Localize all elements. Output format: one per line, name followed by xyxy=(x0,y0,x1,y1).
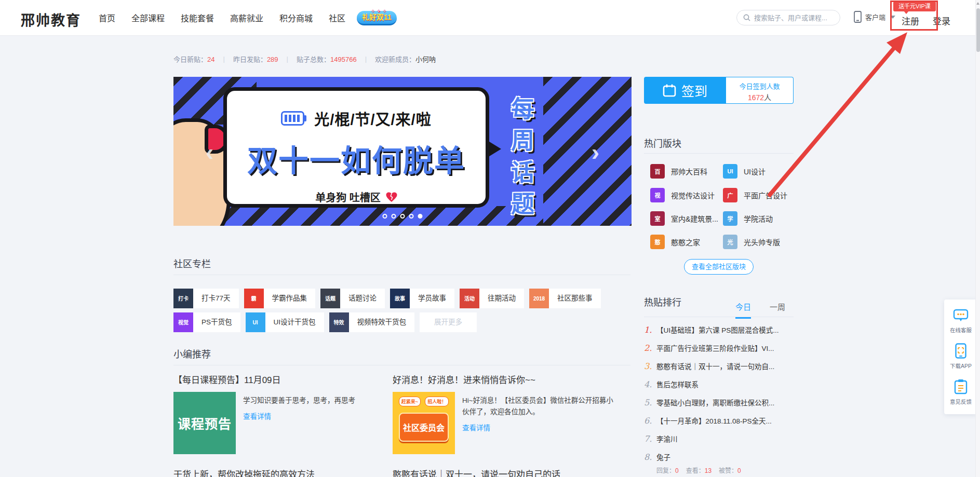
checkin-button[interactable]: 签到 xyxy=(644,77,726,104)
scrollbar-track[interactable] xyxy=(975,0,980,477)
hot-post-row[interactable]: 2. 平面广告行业班第三阶段作业贴】VI... xyxy=(644,343,800,361)
article-title-clipped[interactable]: 憨憨有话说｜双十一，请说一句劝自己的话 xyxy=(393,467,560,477)
carousel-banner[interactable]: 光/棍/节/又/来/啦 双十一如何脱单 单身狗 吐槽区 每周话题 ‹ › xyxy=(173,77,632,226)
chip-icon: 话题 xyxy=(320,289,340,308)
checkin-button-label: 签到 xyxy=(681,81,707,100)
chip-ui-pack[interactable]: UI UI设计干货包 xyxy=(246,312,324,332)
rank-number: 3. xyxy=(644,361,656,371)
nav-item-jobs[interactable]: 高薪就业 xyxy=(230,11,263,24)
chip-daka77[interactable]: 打卡 打卡77天 xyxy=(173,289,239,308)
carousel-dot-2[interactable] xyxy=(392,214,396,219)
nav-item-home[interactable]: 首页 xyxy=(99,11,115,24)
client-app-menu[interactable]: 客户端 xyxy=(854,11,895,23)
chevron-down-icon xyxy=(890,16,895,19)
feedback-button[interactable]: 意见反馈 xyxy=(944,374,977,410)
board-item-interior[interactable]: 室 室内&建筑景... xyxy=(650,211,723,226)
community-homepage: 邢帅教育 首页 全部课程 技能套餐 高薪就业 积分商城 社区 ✧✦✧ 礼好双11 xyxy=(0,0,980,477)
hot-post-row[interactable]: 6. 【十一月革命】2018.11.08-PS全天... xyxy=(644,415,800,433)
chip-past-activities[interactable]: 活动 往期活动 xyxy=(460,289,524,308)
online-service-button[interactable]: 在线客服 xyxy=(944,304,977,338)
board-item-graphic-ad[interactable]: 广 平面广告设计 xyxy=(723,188,796,202)
expand-more-button[interactable]: 展开更多 xyxy=(420,312,477,332)
article-thumbnail[interactable]: 赶紧来~ 招人啦！ 社区委员会 xyxy=(393,392,455,454)
board-item-hanhan-home[interactable]: 憨 憨憨之家 xyxy=(650,235,723,249)
checkin-module: 签到 今日签到人数 1672人 xyxy=(644,77,794,104)
broken-heart-icon xyxy=(386,192,397,202)
stat-newmember-value[interactable]: 小何呐 xyxy=(415,56,436,63)
nav-item-courses[interactable]: 全部课程 xyxy=(131,11,165,24)
nav-item-points-mall[interactable]: 积分商城 xyxy=(279,11,313,24)
article-good-news: 好消息！好消息！进来悄悄告诉你~~ 赶紧来~ 招人啦！ 社区委员会 Hi~好消息… xyxy=(393,373,632,454)
rank-number: 2. xyxy=(644,343,656,353)
hot-post-row[interactable]: 5. 零基础小白理财，离职断缴社保公积... xyxy=(644,397,800,415)
article-title[interactable]: 【每日课程预告】11月09日 xyxy=(173,373,392,386)
scrollbar-up-arrow[interactable] xyxy=(976,2,979,5)
board-icon: 广 xyxy=(723,188,737,202)
view-detail-link[interactable]: 查看详情 xyxy=(243,411,271,421)
double11-promo-badge[interactable]: ✧✦✧ 礼好双11 xyxy=(357,11,397,25)
carousel-prev-button[interactable]: ‹ xyxy=(206,140,213,164)
calendar-icon xyxy=(663,84,676,97)
divider xyxy=(173,275,630,275)
hot-post-row[interactable]: 7. 李渝川 xyxy=(644,433,800,452)
carousel-dots xyxy=(383,214,423,219)
site-logo[interactable]: 邢帅教育 xyxy=(21,9,81,30)
search-input[interactable] xyxy=(754,14,832,22)
chip-icon: 特效 xyxy=(329,312,349,332)
view-all-boards-button[interactable]: 查看全部社区版块 xyxy=(684,259,754,275)
community-chips: 打卡 打卡77天 霸 学霸作品集 话题 话题讨论 故事 学员故事 活动 往期活动… xyxy=(173,289,633,332)
stat-newmember-label: 欢迎新成员： xyxy=(375,56,415,63)
stat-yesterday-value: 289 xyxy=(267,56,278,63)
banner-speech-card: 光/棍/节/又/来/啦 双十一如何脱单 单身狗 吐槽区 xyxy=(223,87,489,208)
carousel-dot-1[interactable] xyxy=(383,214,387,219)
board-item-ui-design[interactable]: UI UI设计 xyxy=(723,164,796,179)
nav-item-skill-packages[interactable]: 技能套餐 xyxy=(181,11,214,24)
view-detail-link[interactable]: 查看详情 xyxy=(462,422,490,432)
article-title[interactable]: 好消息！好消息！进来悄悄告诉你~~ xyxy=(393,373,632,386)
article-thumbnail[interactable]: 课程预告 xyxy=(173,392,236,454)
hot-post-row[interactable]: 3. 憨憨有话说｜双十一，请说一句劝自... xyxy=(644,361,800,379)
nav-item-community[interactable]: 社区 xyxy=(329,11,345,24)
header: 邢帅教育 首页 全部课程 技能套餐 高薪就业 积分商城 社区 ✧✦✧ 礼好双11 xyxy=(0,0,980,35)
search-box[interactable] xyxy=(736,10,840,25)
chip-ps-pack[interactable]: 视觉 PS干货包 xyxy=(173,312,240,332)
community-columns-title: 社区专栏 xyxy=(173,256,211,270)
divider: | xyxy=(365,55,367,63)
article-title-clipped[interactable]: 干货上新，帮你改掉拖延的高效方法 xyxy=(173,467,315,477)
chip-vfx-pack[interactable]: 特效 视频特效干货包 xyxy=(329,312,415,332)
banner-stripes xyxy=(543,77,632,226)
chip-student-stories[interactable]: 故事 学员故事 xyxy=(390,289,454,308)
divider xyxy=(173,365,630,365)
battery-icon xyxy=(281,111,307,126)
chip-community-things[interactable]: 2018 社区那些事 xyxy=(529,289,601,308)
register-link[interactable]: 注册 xyxy=(902,14,919,27)
carousel-dot-3[interactable] xyxy=(400,214,405,219)
article-course-preview: 【每日课程预告】11月09日 课程预告 学习知识要善于思考，思考，再思考 查看详… xyxy=(173,373,392,454)
chip-topic-discussion[interactable]: 话题 话题讨论 xyxy=(320,289,385,308)
board-item-encyclopedia[interactable]: 百 邢帅大百科 xyxy=(650,164,723,179)
recommend-title: 小编推荐 xyxy=(173,347,211,360)
chat-bubble-icon xyxy=(953,308,969,323)
rank-number: 4. xyxy=(644,379,656,389)
board-item-college-activity[interactable]: 学 学院活动 xyxy=(723,211,796,226)
carousel-dot-5-active[interactable] xyxy=(418,214,423,219)
sparkle-icon: ✧✦✧ xyxy=(370,5,388,18)
download-app-button[interactable]: 下载APP xyxy=(944,338,977,374)
stat-today-value: 24 xyxy=(207,56,214,63)
search-icon xyxy=(743,14,750,21)
board-icon: 室 xyxy=(650,211,665,226)
scrollbar-thumb[interactable] xyxy=(976,8,980,52)
tab-today[interactable]: 今日 xyxy=(735,301,751,319)
login-link[interactable]: 登录 xyxy=(933,14,950,27)
chip-icon: 2018 xyxy=(529,289,549,308)
carousel-dot-4[interactable] xyxy=(409,214,414,219)
carousel-next-button[interactable]: › xyxy=(592,140,599,164)
hot-post-row[interactable]: 4. 售后怎样联系 xyxy=(644,379,800,397)
board-item-baldhead[interactable]: 光 光头帅专版 xyxy=(723,235,796,249)
board-icon: UI xyxy=(723,164,737,179)
chip-icon: 视觉 xyxy=(173,312,193,332)
hot-post-row[interactable]: 1. 【UI基础班】第六课 PS图层混合模式... xyxy=(644,324,800,343)
chip-xueba-works[interactable]: 霸 学霸作品集 xyxy=(244,289,316,308)
tab-week[interactable]: 一周 xyxy=(770,301,785,319)
board-item-visual-design[interactable]: 视 视觉传达设计 xyxy=(650,188,723,202)
